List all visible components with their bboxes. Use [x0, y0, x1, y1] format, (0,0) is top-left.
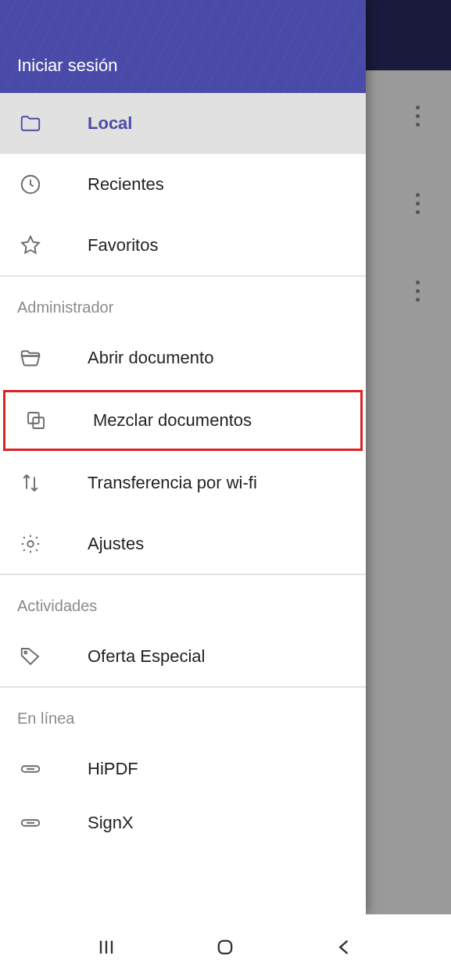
overflow-menu-icon[interactable] — [416, 193, 420, 214]
system-nav-bar — [0, 914, 451, 980]
nav-item-label: SignX — [88, 813, 134, 833]
home-button[interactable] — [209, 932, 241, 963]
nav-item-label: Ajustes — [88, 534, 144, 554]
nav-item-open-document[interactable]: Abrir documento — [0, 327, 366, 388]
overflow-menu-icon[interactable] — [416, 106, 420, 127]
gear-icon — [17, 531, 44, 557]
back-button[interactable] — [329, 932, 360, 963]
transfer-icon — [17, 470, 44, 496]
nav-item-label: Local — [88, 113, 132, 134]
signin-link[interactable]: Iniciar sesión — [17, 55, 117, 76]
drawer-header: Iniciar sesión — [0, 0, 366, 93]
nav-item-settings[interactable]: Ajustes — [0, 513, 366, 574]
star-icon — [17, 232, 44, 259]
nav-item-label: Abrir documento — [88, 348, 213, 368]
link-icon — [17, 756, 44, 782]
svg-point-3 — [27, 541, 34, 547]
folder-icon — [17, 110, 44, 137]
nav-item-label: Transferencia por wi-fi — [88, 473, 257, 493]
overflow-menu-icon[interactable] — [416, 281, 420, 302]
svg-rect-12 — [219, 941, 231, 953]
nav-item-signx[interactable]: SignX — [0, 799, 366, 846]
navigation-drawer: Iniciar sesión Local Recientes Favoritos… — [0, 0, 366, 914]
nav-item-label: HiPDF — [88, 759, 138, 779]
clock-icon — [17, 171, 44, 198]
nav-item-local[interactable]: Local — [0, 93, 366, 154]
section-title-online: En línea — [0, 687, 366, 739]
nav-item-favorites[interactable]: Favoritos — [0, 215, 366, 276]
merge-icon — [23, 407, 49, 434]
nav-item-label: Oferta Especial — [88, 646, 205, 667]
nav-item-wifi-transfer[interactable]: Transferencia por wi-fi — [0, 452, 366, 513]
tag-icon — [17, 643, 44, 670]
folder-open-icon — [17, 345, 44, 371]
nav-item-label: Mezclar documentos — [93, 410, 252, 431]
highlight-annotation: Mezclar documentos — [3, 390, 363, 451]
recents-button[interactable] — [91, 932, 122, 963]
drawer-body: Local Recientes Favoritos Administrador … — [0, 93, 366, 914]
section-title-activities: Actividades — [0, 574, 366, 626]
nav-item-special-offer[interactable]: Oferta Especial — [0, 626, 366, 687]
nav-item-label: Recientes — [88, 174, 164, 195]
nav-item-label: Favoritos — [88, 235, 158, 256]
nav-item-recent[interactable]: Recientes — [0, 154, 366, 215]
link-icon — [17, 810, 44, 836]
nav-item-merge-documents[interactable]: Mezclar documentos — [5, 392, 360, 449]
svg-point-4 — [24, 651, 27, 653]
nav-item-hipdf[interactable]: HiPDF — [0, 739, 366, 799]
section-title-admin: Administrador — [0, 276, 366, 327]
